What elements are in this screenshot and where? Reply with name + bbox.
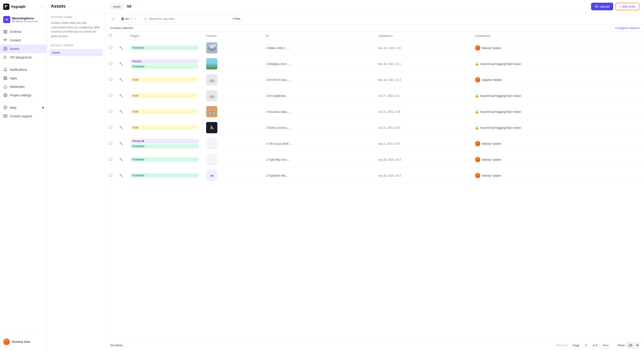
language-clear-icon[interactable]: ✕ — [130, 17, 132, 21]
workspace-avatar: M — [3, 16, 10, 23]
sidebar-item-help-label: Help — [10, 106, 16, 109]
sidebar-item-assets[interactable]: Assets — [0, 45, 47, 53]
row-checkbox[interactable] — [109, 142, 112, 145]
logo-text: hygraph — [11, 5, 25, 9]
entries-selected-bar: 0 entries selected Configure columns — [106, 25, 644, 32]
svg-rect-4 — [6, 30, 7, 31]
row-checkbox[interactable] — [109, 110, 112, 113]
next-page-button[interactable]: Next — [599, 342, 612, 348]
per-page-select[interactable]: 25 50 100 — [626, 342, 640, 348]
webhook-icon — [3, 85, 8, 89]
row-id-cell: cl9r37tnt3ven... — [262, 72, 374, 88]
row-stages-cell: Published — [127, 152, 202, 168]
middle-menu-dots[interactable]: ··· — [68, 4, 72, 9]
sidebar-item-help[interactable]: Help — [0, 103, 47, 112]
edit-icon[interactable]: ✏️ — [119, 46, 123, 50]
edit-icon[interactable]: ✏️ — [119, 110, 123, 114]
edit-icon[interactable]: ✏️ — [119, 158, 123, 161]
row-checkbox[interactable] — [109, 62, 112, 65]
previous-page-button[interactable]: Previous — [553, 342, 571, 348]
language-selector[interactable]: en ✕ — [118, 16, 139, 22]
row-checkbox[interactable] — [109, 158, 112, 161]
add-entry-button[interactable]: + Add entry — [616, 3, 640, 10]
user-area[interactable]: Romina Soto — [0, 336, 47, 347]
row-checkbox[interactable] — [109, 126, 112, 129]
sidebar-item-apps[interactable]: Apps — [0, 74, 47, 83]
stage-badge: Published — [130, 144, 199, 149]
row-edit-cell: ✏️ — [116, 40, 127, 56]
row-user-name: Nikolay Vasilev — [482, 46, 501, 50]
row-updated-at-cell: Nov 14, 2022, 11:4 — [374, 72, 471, 88]
row-checkbox[interactable] — [109, 46, 112, 49]
token-lock-icon: 🔒 — [475, 94, 479, 98]
row-checkbox[interactable] — [109, 174, 112, 177]
entries-selected-count: 0 entries selected — [110, 26, 133, 30]
search-input[interactable] — [149, 17, 224, 21]
edit-icon[interactable]: ✏️ — [119, 142, 123, 145]
row-id: cl9r37tnt3ven... — [266, 78, 292, 82]
upload-button[interactable]: Upload — [591, 3, 613, 10]
row-updated-at: Aug 30, 2022, 10:3 — [378, 158, 401, 161]
collapse-button[interactable] — [110, 16, 116, 22]
svg-rect-5 — [6, 32, 7, 33]
table-body: ✏️Published clbmmvcx96j2...Dec 13, 2022,… — [106, 40, 644, 184]
sidebar-item-contact-support[interactable]: Contact support — [0, 112, 47, 120]
workspace-area[interactable]: M MarketingDemo Master Environment — [0, 14, 47, 26]
logo-menu-icon[interactable]: ··· — [40, 5, 44, 9]
header-preview[interactable]: Preview — [202, 32, 262, 40]
row-edit-cell: ✏️ — [116, 120, 127, 136]
header-updated-by[interactable]: Updated By — [471, 32, 644, 40]
sidebar-item-schema[interactable]: Schema — [0, 28, 47, 36]
default-view-asset[interactable]: Asset — [50, 49, 103, 56]
table-row: ✏️Draft🚴cl9i8vcz3sh1e...Oct 21, 2022, 5:… — [106, 120, 644, 136]
pagination-bar: 39 entries Previous Page of 2 Next Show … — [106, 339, 644, 351]
edit-icon[interactable]: ✏️ — [119, 94, 123, 98]
row-user-avatar — [475, 77, 480, 83]
header-updated-at[interactable]: Updated At — [374, 32, 471, 40]
sidebar-item-api[interactable]: API playground — [0, 53, 47, 62]
tab-menu-dots[interactable]: ··· — [135, 4, 138, 9]
page-number-input[interactable] — [581, 342, 591, 348]
stage-badges: Draft — [130, 109, 199, 114]
header-id[interactable]: ID — [262, 32, 374, 40]
row-checkbox[interactable] — [109, 94, 112, 97]
tab-asset[interactable]: Asset — [110, 4, 123, 10]
svg-rect-2 — [5, 7, 6, 8]
row-updated-at: Oct 21, 2022, 5:43 — [378, 126, 400, 129]
row-updated-at-cell: Oct 21, 2022, 5:43 — [374, 120, 471, 136]
configure-columns-link[interactable]: Configure columns — [615, 26, 640, 30]
edit-icon[interactable]: ✏️ — [119, 62, 123, 66]
row-stages-cell: Published — [127, 40, 202, 56]
user-avatar — [3, 338, 10, 345]
row-stages-cell: Draft — [127, 120, 202, 136]
table-row: ✏️ReviewPublishedclb3q8gnxchst...Nov 30,… — [106, 56, 644, 72]
workspace-info: MarketingDemo Master Environment — [12, 17, 38, 23]
svg-rect-11 — [6, 77, 7, 78]
edit-icon[interactable]: ✏️ — [119, 174, 123, 177]
header-stages[interactable]: Stages — [127, 32, 202, 40]
sidebar-item-notifications[interactable]: Notifications — [0, 65, 47, 74]
stage-badges: Published — [130, 46, 199, 50]
nav-divider-2 — [0, 101, 47, 102]
row-preview-cell: 🚴 — [202, 120, 262, 136]
sidebar-item-content[interactable]: Content — [0, 36, 47, 45]
row-checkbox-cell — [106, 40, 116, 56]
row-stages-cell: ReviewPublished — [127, 136, 202, 152]
select-all-checkbox[interactable] — [109, 34, 112, 37]
edit-icon[interactable]: ✏️ — [119, 78, 123, 82]
edit-icon[interactable]: ✏️ — [119, 126, 123, 129]
support-icon — [3, 114, 8, 118]
stage-badges: Draft — [130, 125, 199, 130]
sidebar-item-project-settings[interactable]: Project settings — [0, 91, 47, 100]
sidebar-item-webhooks[interactable]: Webhooks — [0, 83, 47, 91]
pagination-entries: 39 entries — [110, 343, 123, 347]
default-views-label: DEFAULT VIEWS — [47, 41, 105, 48]
svg-point-26 — [213, 44, 216, 47]
assets-icon — [3, 47, 8, 51]
row-checkbox[interactable] — [109, 78, 112, 81]
preview-image: 🚲 — [206, 74, 217, 85]
stage-badge: Draft — [130, 109, 199, 114]
row-updated-by: Nikolay Vasilev — [475, 141, 640, 146]
table-area: Stages Preview ID Updated At Updated By … — [106, 32, 644, 339]
filter-button[interactable]: + Filter — [228, 16, 244, 22]
